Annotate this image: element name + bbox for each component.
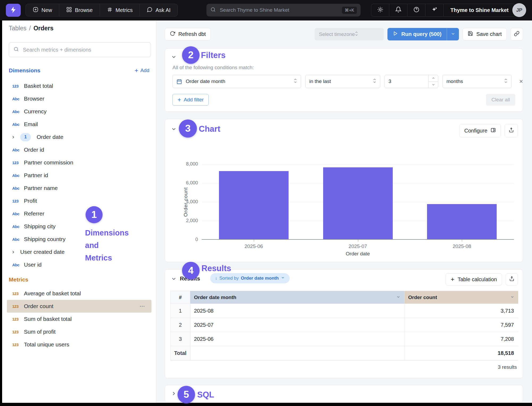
filter-field-select[interactable]: Order date month bbox=[172, 75, 301, 88]
nav-browse-button[interactable]: Browse bbox=[59, 4, 100, 16]
panel-icon bbox=[491, 127, 496, 134]
sidebar-item-partner-id[interactable]: AbcPartner id bbox=[2, 169, 156, 182]
number-type-icon: 123 bbox=[12, 342, 24, 347]
sidebar-item-email[interactable]: AbcEmail bbox=[2, 118, 156, 131]
sidebar-item-order-count[interactable]: 123Order count••• bbox=[7, 300, 151, 313]
order-count-cell[interactable]: 3,713 bbox=[404, 304, 518, 318]
order-date-month-cell[interactable]: 2025-06 bbox=[190, 332, 404, 346]
app-logo[interactable] bbox=[6, 4, 21, 17]
global-search[interactable]: ⌘+K bbox=[206, 4, 361, 16]
x-axis-tick bbox=[462, 240, 462, 242]
sidebar-item-referrer[interactable]: AbcReferrer bbox=[2, 207, 156, 220]
column-header-order-date-month[interactable]: Order date month bbox=[190, 291, 404, 304]
remove-filter-button[interactable]: × bbox=[516, 75, 526, 88]
sidebar-search[interactable] bbox=[9, 42, 151, 57]
window-bottom-edge bbox=[0, 403, 532, 406]
number-type-icon: 123 bbox=[12, 199, 24, 203]
breadcrumb-tables-link[interactable]: Tables bbox=[9, 25, 26, 32]
number-type-icon: 123 bbox=[12, 84, 24, 88]
export-chart-button[interactable] bbox=[505, 124, 518, 137]
nav-metrics-button[interactable]: Metrics bbox=[100, 4, 140, 16]
sidebar-item-order-id[interactable]: AbcOrder id bbox=[2, 143, 156, 156]
chart-collapse-button[interactable] bbox=[171, 126, 177, 133]
annotation-circle-5: 5 bbox=[178, 386, 195, 403]
sidebar-item-partner-commission[interactable]: 123Partner commission bbox=[2, 156, 156, 169]
bar-2025-08[interactable] bbox=[427, 204, 497, 239]
column-header-order-count[interactable]: Order count bbox=[404, 291, 518, 304]
order-date-month-cell[interactable]: 2025-07 bbox=[190, 318, 404, 332]
sidebar-item-user-id[interactable]: AbcUser id bbox=[2, 258, 156, 271]
filters-footer: + Add filter Clear all bbox=[172, 94, 515, 106]
help-button[interactable] bbox=[407, 4, 425, 16]
filter-unit-select[interactable]: months bbox=[442, 75, 512, 88]
share-link-button[interactable] bbox=[510, 28, 523, 40]
settings-button[interactable] bbox=[371, 4, 389, 16]
bar-2025-07[interactable] bbox=[323, 167, 393, 239]
save-icon bbox=[468, 31, 473, 38]
nav-ask-ai-button[interactable]: Ask AI bbox=[140, 4, 178, 16]
refresh-dbt-button[interactable]: Refresh dbt bbox=[165, 28, 211, 40]
order-count-cell[interactable]: 7,597 bbox=[404, 318, 518, 332]
order-date-month-cell[interactable]: 2025-08 bbox=[190, 304, 404, 318]
results-collapse-button[interactable] bbox=[171, 276, 177, 283]
filter-rule-row: Order date month in the last 3 bbox=[172, 75, 526, 88]
total-label: Total bbox=[171, 346, 190, 360]
sidebar-item-currency[interactable]: AbcCurrency bbox=[2, 105, 156, 118]
clear-all-button[interactable]: Clear all bbox=[486, 94, 515, 106]
x-axis-tick-label: 2025-06 bbox=[202, 243, 306, 249]
add-dimension-button[interactable]: + Add bbox=[134, 67, 149, 74]
filters-collapse-button[interactable] bbox=[171, 54, 177, 61]
annotation-label-2: Filters bbox=[201, 51, 226, 60]
stepper-up-button[interactable] bbox=[429, 75, 438, 82]
chevron-right-icon[interactable]: › bbox=[12, 249, 20, 255]
order-count-cell[interactable]: 7,208 bbox=[404, 332, 518, 346]
sidebar-item-partner-name[interactable]: AbcPartner name bbox=[2, 182, 156, 194]
run-query-split-button: Run query (500) bbox=[387, 28, 459, 40]
chart-actions: Configure bbox=[459, 124, 518, 137]
sorted-by-pill[interactable]: ↓ Sorted by Order date month bbox=[210, 273, 290, 283]
sidebar-item-browser[interactable]: AbcBrowser bbox=[2, 92, 156, 105]
sidebar-item-sum-of-basket-total[interactable]: 123Sum of basket total bbox=[2, 313, 156, 325]
annotation-circle-4: 4 bbox=[182, 262, 200, 279]
share-icon bbox=[509, 127, 514, 134]
run-query-button[interactable]: Run query (500) bbox=[387, 28, 447, 40]
x-axis-tick bbox=[254, 240, 254, 242]
sidebar-item-user-created-date[interactable]: ›User created date bbox=[2, 246, 156, 258]
add-filter-button[interactable]: + Add filter bbox=[172, 94, 209, 106]
sidebar-item-label: Currency bbox=[24, 108, 47, 115]
metrics-title: Metrics bbox=[9, 276, 28, 283]
sidebar-search-input[interactable] bbox=[22, 47, 146, 53]
hash-icon bbox=[107, 7, 113, 14]
sidebar-item-shipping-country[interactable]: AbcShipping country bbox=[2, 233, 156, 246]
sidebar-item-profit[interactable]: 123Profit bbox=[2, 194, 156, 207]
ai-assistant-button[interactable] bbox=[425, 4, 444, 16]
timezone-select[interactable]: Select timezone bbox=[315, 28, 384, 40]
filter-operator-select[interactable]: in the last bbox=[305, 75, 380, 88]
sidebar-item-label: Sum of profit bbox=[24, 329, 56, 335]
bar-2025-06[interactable] bbox=[219, 171, 289, 239]
export-results-button[interactable] bbox=[506, 273, 518, 285]
global-search-input[interactable] bbox=[219, 7, 339, 13]
sidebar-item-sum-of-profit[interactable]: 123Sum of profit bbox=[2, 325, 156, 338]
sidebar-item-order-date[interactable]: ›1Order date bbox=[2, 131, 156, 143]
user-avatar[interactable]: JP bbox=[512, 3, 526, 17]
filter-value-input[interactable]: 3 bbox=[385, 75, 438, 88]
run-query-options-button[interactable] bbox=[447, 28, 459, 40]
search-icon bbox=[210, 7, 216, 14]
sidebar-item-average-of-basket-total[interactable]: 123Average of basket total bbox=[2, 287, 156, 300]
sidebar-item-total-unique-users[interactable]: 123Total unique users bbox=[2, 338, 156, 351]
sidebar-item-basket-total[interactable]: 123Basket total bbox=[2, 80, 156, 92]
nav-new-button[interactable]: New bbox=[26, 4, 59, 16]
org-switcher-button[interactable]: Thyme to Shine Market bbox=[444, 4, 516, 16]
sql-expand-button[interactable] bbox=[171, 391, 177, 397]
more-options-icon[interactable]: ••• bbox=[140, 304, 145, 308]
bell-icon bbox=[395, 6, 402, 14]
table-calculation-button[interactable]: + Table calculation bbox=[446, 273, 502, 285]
sidebar-item-shipping-city[interactable]: AbcShipping city bbox=[2, 220, 156, 233]
save-chart-button[interactable]: Save chart bbox=[463, 28, 507, 40]
configure-button[interactable]: Configure bbox=[459, 124, 501, 137]
notifications-button[interactable] bbox=[389, 4, 407, 16]
stepper-down-button[interactable] bbox=[429, 82, 438, 88]
chevron-right-icon[interactable]: › bbox=[12, 134, 20, 140]
table-row: 22025-077,597 bbox=[171, 318, 518, 332]
